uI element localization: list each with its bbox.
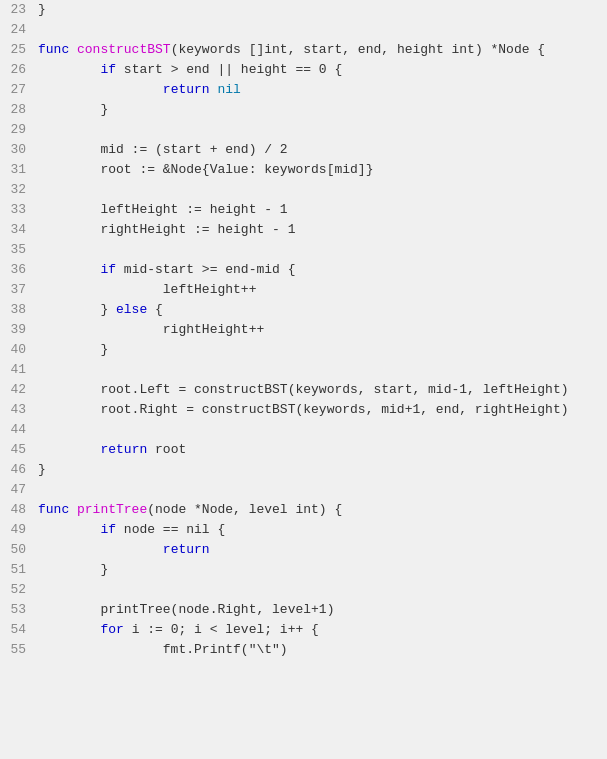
token: } xyxy=(38,562,108,577)
line-content: } xyxy=(38,340,108,360)
token xyxy=(38,442,100,457)
line-content: fmt.Printf("\t") xyxy=(38,640,288,660)
line-content: } else { xyxy=(38,300,163,320)
line-content: } xyxy=(38,100,108,120)
line-number: 36 xyxy=(0,260,38,280)
token: return xyxy=(163,542,210,557)
line-number: 27 xyxy=(0,80,38,100)
line-content: root := &Node{Value: keywords[mid]} xyxy=(38,160,373,180)
line-number: 37 xyxy=(0,280,38,300)
token: root xyxy=(155,442,186,457)
token: (keywords []int, start, end, height int)… xyxy=(171,42,545,57)
line-number: 31 xyxy=(0,160,38,180)
line-content: return xyxy=(38,540,210,560)
line-number: 45 xyxy=(0,440,38,460)
line-number: 55 xyxy=(0,640,38,660)
line-number: 51 xyxy=(0,560,38,580)
token: else xyxy=(116,302,155,317)
token: if xyxy=(100,522,123,537)
token: if xyxy=(100,262,123,277)
code-line: 42 root.Left = constructBST(keywords, st… xyxy=(0,380,607,400)
token xyxy=(38,522,100,537)
line-number: 39 xyxy=(0,320,38,340)
line-number: 32 xyxy=(0,180,38,200)
code-line: 41 xyxy=(0,360,607,380)
token: if xyxy=(38,62,124,77)
code-line: 39 rightHeight++ xyxy=(0,320,607,340)
token: leftHeight := height - 1 xyxy=(38,202,288,217)
token: root := &Node{Value: keywords[mid]} xyxy=(38,162,373,177)
line-number: 33 xyxy=(0,200,38,220)
token: mid := (start + end) / 2 xyxy=(38,142,288,157)
code-line: 40 } xyxy=(0,340,607,360)
token: printTree(node.Right, level+1) xyxy=(38,602,334,617)
code-line: 30 mid := (start + end) / 2 xyxy=(0,140,607,160)
line-number: 35 xyxy=(0,240,38,260)
code-line: 35 xyxy=(0,240,607,260)
code-line: 26 if start > end || height == 0 { xyxy=(0,60,607,80)
code-line: 23} xyxy=(0,0,607,20)
line-content: root.Right = constructBST(keywords, mid+… xyxy=(38,400,569,420)
line-content: } xyxy=(38,460,46,480)
code-line: 48func printTree(node *Node, level int) … xyxy=(0,500,607,520)
code-line: 25func constructBST(keywords []int, star… xyxy=(0,40,607,60)
token: } xyxy=(38,102,108,117)
line-content: root.Left = constructBST(keywords, start… xyxy=(38,380,569,400)
code-line: 34 rightHeight := height - 1 xyxy=(0,220,607,240)
token: node == nil { xyxy=(124,522,225,537)
line-content: func printTree(node *Node, level int) { xyxy=(38,500,342,520)
line-number: 26 xyxy=(0,60,38,80)
code-line: 55 fmt.Printf("\t") xyxy=(0,640,607,660)
line-content: mid := (start + end) / 2 xyxy=(38,140,288,160)
code-line: 28 } xyxy=(0,100,607,120)
line-number: 46 xyxy=(0,460,38,480)
code-line: 47 xyxy=(0,480,607,500)
code-line: 27 return nil xyxy=(0,80,607,100)
line-number: 43 xyxy=(0,400,38,420)
line-content: return nil xyxy=(38,80,241,100)
line-number: 41 xyxy=(0,360,38,380)
token xyxy=(38,82,163,97)
line-number: 24 xyxy=(0,20,38,40)
line-number: 49 xyxy=(0,520,38,540)
token: start > end || height == 0 { xyxy=(124,62,342,77)
token: } xyxy=(38,462,46,477)
code-line: 54 for i := 0; i < level; i++ { xyxy=(0,620,607,640)
token: rightHeight := height - 1 xyxy=(38,222,295,237)
line-number: 28 xyxy=(0,100,38,120)
code-line: 36 if mid-start >= end-mid { xyxy=(0,260,607,280)
line-content: leftHeight++ xyxy=(38,280,256,300)
code-line: 52 xyxy=(0,580,607,600)
line-number: 38 xyxy=(0,300,38,320)
code-line: 46} xyxy=(0,460,607,480)
code-line: 50 return xyxy=(0,540,607,560)
token xyxy=(38,542,163,557)
token: func xyxy=(38,42,77,57)
token: leftHeight++ xyxy=(38,282,256,297)
token: root.Right = constructBST(keywords, mid+… xyxy=(38,402,569,417)
line-number: 34 xyxy=(0,220,38,240)
line-number: 44 xyxy=(0,420,38,440)
line-number: 50 xyxy=(0,540,38,560)
token: } xyxy=(38,302,116,317)
line-content: } xyxy=(38,560,108,580)
code-line: 31 root := &Node{Value: keywords[mid]} xyxy=(0,160,607,180)
code-line: 32 xyxy=(0,180,607,200)
code-line: 37 leftHeight++ xyxy=(0,280,607,300)
line-content: func constructBST(keywords []int, start,… xyxy=(38,40,545,60)
line-content: for i := 0; i < level; i++ { xyxy=(38,620,319,640)
token: printTree xyxy=(77,502,147,517)
line-content: leftHeight := height - 1 xyxy=(38,200,288,220)
line-number: 40 xyxy=(0,340,38,360)
code-line: 38 } else { xyxy=(0,300,607,320)
line-content: rightHeight := height - 1 xyxy=(38,220,295,240)
code-line: 24 xyxy=(0,20,607,40)
token: constructBST xyxy=(77,42,171,57)
line-content: rightHeight++ xyxy=(38,320,264,340)
token xyxy=(38,622,100,637)
code-line: 44 xyxy=(0,420,607,440)
line-content: if start > end || height == 0 { xyxy=(38,60,342,80)
code-line: 51 } xyxy=(0,560,607,580)
code-line: 33 leftHeight := height - 1 xyxy=(0,200,607,220)
token: for xyxy=(100,622,131,637)
